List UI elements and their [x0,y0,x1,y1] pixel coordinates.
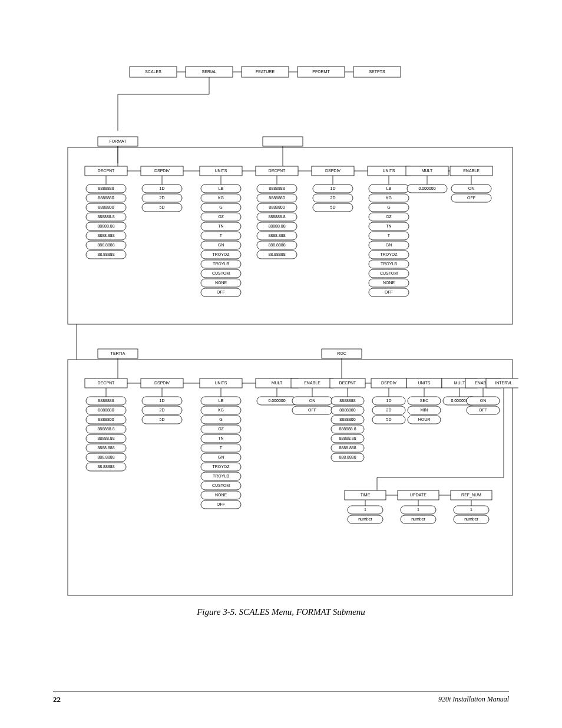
svg-text:1D: 1D [330,186,336,190]
svg-text:REF_NUM: REF_NUM [461,493,481,498]
svg-text:OFF: OFF [385,290,393,294]
svg-text:MULT: MULT [272,381,283,385]
svg-text:8888800: 8888800 [98,417,114,421]
svg-text:888.8888: 888.8888 [339,455,356,459]
svg-text:88888.88: 88888.88 [339,436,356,440]
svg-text:OZ: OZ [218,427,224,431]
svg-text:88888.88: 88888.88 [97,224,114,228]
svg-text:8888880: 8888880 [98,408,114,412]
svg-text:TN: TN [218,436,223,440]
svg-text:T: T [220,233,223,238]
svg-text:8888888: 8888888 [98,186,114,190]
svg-text:NONE: NONE [215,493,227,497]
svg-text:SCALES: SCALES [145,70,161,74]
svg-text:OZ: OZ [386,215,392,219]
svg-text:FORMAT: FORMAT [109,139,127,143]
svg-text:OFF: OFF [217,502,225,506]
svg-text:TN: TN [386,224,391,228]
svg-text:8888.888: 8888.888 [268,233,285,238]
svg-text:CUSTOM: CUSTOM [380,271,398,275]
svg-text:8888.888: 8888.888 [339,446,356,450]
svg-text:888.8888: 888.8888 [268,243,285,247]
svg-text:1: 1 [417,508,419,512]
svg-text:OFF: OFF [308,408,316,412]
svg-text:1: 1 [364,508,366,512]
svg-text:SEC: SEC [420,398,428,403]
svg-text:UNITS: UNITS [383,169,395,173]
svg-text:8888888: 8888888 [98,398,114,403]
svg-text:TROYOZ: TROYOZ [212,465,230,469]
svg-text:2D: 2D [386,408,392,412]
svg-text:TROYLB: TROYLB [381,262,397,266]
svg-text:DSPDIV: DSPDIV [154,381,170,385]
svg-text:88888.88: 88888.88 [268,224,285,228]
svg-text:8888880: 8888880 [339,408,355,412]
svg-text:KG: KG [386,196,392,200]
svg-text:5D: 5D [330,205,336,209]
svg-text:UNITS: UNITS [215,381,227,385]
svg-text:OFF: OFF [467,196,475,200]
svg-text:ENABLE: ENABLE [304,381,320,385]
svg-text:KG: KG [218,196,224,200]
svg-text:GN: GN [218,455,224,459]
manual-title: 920i Installation Manual [438,695,509,704]
svg-text:MIN: MIN [421,408,428,412]
svg-text:OFF: OFF [217,290,225,294]
svg-text:88888.88: 88888.88 [97,436,114,440]
svg-text:88.88888: 88.88888 [268,252,285,256]
svg-text:TROYLB: TROYLB [213,474,229,478]
svg-text:TROYOZ: TROYOZ [212,252,230,256]
svg-text:8888880: 8888880 [269,196,285,200]
svg-text:G: G [219,205,222,209]
svg-text:NONE: NONE [215,281,227,285]
svg-text:TROYLB: TROYLB [213,262,229,266]
svg-text:DECPNT: DECPNT [98,381,115,385]
svg-text:8888880: 8888880 [98,196,114,200]
figure-caption: Figure 3-5. SCALES Menu, FORMAT Submenu [0,607,562,617]
svg-text:0.000000: 0.000000 [451,398,468,403]
svg-text:CUSTOM: CUSTOM [212,483,230,487]
page-footer: 22 920i Installation Manual [53,691,509,704]
svg-text:5D: 5D [386,417,392,421]
svg-text:ON: ON [480,398,487,403]
svg-text:1D: 1D [386,398,392,403]
svg-text:888.8888: 888.8888 [97,455,114,459]
svg-text:888888.8: 888888.8 [339,427,356,431]
svg-text:5D: 5D [160,417,165,421]
svg-text:T: T [220,446,223,450]
svg-text:DSPDIV: DSPDIV [154,169,170,173]
svg-text:1: 1 [470,508,472,512]
svg-text:DSPDIV: DSPDIV [325,169,340,173]
svg-text:8888.888: 8888.888 [97,446,114,450]
svg-text:TIME: TIME [361,493,371,497]
svg-text:888888.8: 888888.8 [97,427,114,431]
svg-text:FEATURE: FEATURE [256,70,275,74]
svg-text:GN: GN [218,243,224,247]
svg-text:MULT: MULT [454,381,465,385]
svg-text:TN: TN [218,224,223,228]
svg-text:8888888: 8888888 [269,186,285,190]
svg-text:1D: 1D [160,398,165,403]
svg-text:8888800: 8888800 [269,205,285,209]
svg-text:SETPTS: SETPTS [369,70,385,74]
svg-text:88.88888: 88.88888 [97,465,114,469]
svg-text:2D: 2D [330,196,336,200]
svg-text:GN: GN [386,243,392,247]
svg-text:88.88888: 88.88888 [97,252,114,256]
svg-text:8888888: 8888888 [339,398,355,403]
scales-format-diagram: SCALESSERIALFEATUREPFORMTSETPTSFORMATDEC… [59,53,518,598]
svg-text:DSPDIV: DSPDIV [381,381,396,385]
svg-text:0.000000: 0.000000 [418,186,435,190]
svg-text:number: number [411,517,425,521]
svg-text:1D: 1D [160,186,165,190]
svg-text:OZ: OZ [218,215,224,219]
svg-text:DECPNT: DECPNT [339,381,357,385]
svg-text:0.000000: 0.000000 [268,398,285,403]
svg-text:DECPNT: DECPNT [269,169,286,173]
svg-text:TERTIA: TERTIA [111,351,125,355]
svg-text:2D: 2D [160,408,165,412]
svg-text:OFF: OFF [479,408,487,412]
svg-text:number: number [464,517,478,521]
svg-text:5D: 5D [160,205,165,209]
svg-text:8888.888: 8888.888 [97,233,114,238]
